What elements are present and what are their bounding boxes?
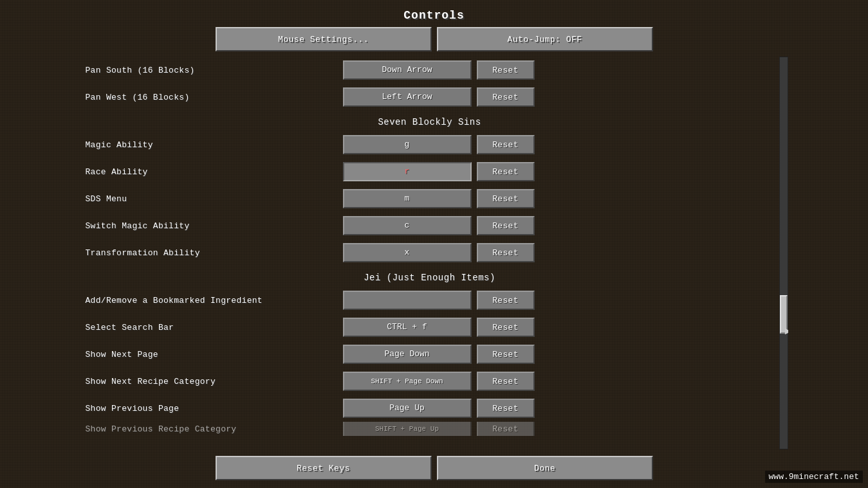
reset-switch-magic[interactable]: Reset — [477, 216, 535, 235]
reset-prev-recipe-cat[interactable]: Reset — [477, 422, 535, 436]
reset-transformation[interactable]: Reset — [477, 243, 535, 262]
control-label-sds-menu: SDS Menu — [86, 194, 343, 204]
reset-magic-ability[interactable]: Reset — [477, 135, 535, 154]
control-label-magic-ability: Magic Ability — [86, 140, 343, 150]
key-bookmark[interactable] — [343, 291, 472, 310]
page-title: Controls — [0, 9, 868, 22]
done-button[interactable]: Done — [437, 456, 653, 480]
control-label-pan-south: Pan South (16 Blocks) — [86, 66, 343, 75]
main-content: Controls Mouse Settings... Auto-Jump: OF… — [0, 0, 868, 488]
reset-search-bar[interactable]: Reset — [477, 318, 535, 337]
key-prev-recipe-cat[interactable]: SHIFT + Page Up — [343, 422, 472, 436]
key-next-recipe-cat[interactable]: SHIFT + Page Down — [343, 372, 472, 391]
controls-list: Pan South (16 Blocks) Down Arrow Reset P… — [80, 57, 779, 449]
auto-jump-button[interactable]: Auto-Jump: OFF — [437, 27, 653, 51]
key-pan-south[interactable]: Down Arrow — [343, 60, 472, 80]
control-row-race-ability: Race Ability r Reset — [80, 158, 779, 185]
control-label-race-ability: Race Ability — [86, 167, 343, 177]
key-sds-menu[interactable]: m — [343, 189, 472, 208]
reset-next-page[interactable]: Reset — [477, 345, 535, 364]
watermark: www.9minecraft.net — [765, 471, 863, 483]
control-row-bookmark: Add/Remove a Bookmarked Ingredient Reset — [80, 287, 779, 314]
bottom-button-row: Reset Keys Done — [216, 449, 653, 488]
section-header-sbs: Seven Blockly Sins — [80, 111, 779, 131]
control-row-next-recipe-cat: Show Next Recipe Category SHIFT + Page D… — [80, 368, 779, 395]
control-row-search-bar: Select Search Bar CTRL + f Reset — [80, 314, 779, 341]
control-label-pan-west: Pan West (16 Blocks) — [86, 93, 343, 102]
scrollbar-track[interactable]: ► — [779, 57, 788, 449]
control-label-next-recipe-cat: Show Next Recipe Category — [86, 377, 343, 386]
control-row-prev-page: Show Previous Page Page Up Reset — [80, 395, 779, 422]
page-header: Controls — [0, 0, 868, 27]
reset-prev-page[interactable]: Reset — [477, 399, 535, 418]
key-prev-page[interactable]: Page Up — [343, 399, 472, 418]
scroll-wrapper: Pan South (16 Blocks) Down Arrow Reset P… — [80, 57, 788, 449]
key-transformation[interactable]: x — [343, 243, 472, 262]
control-row-next-page: Show Next Page Page Down Reset — [80, 341, 779, 368]
control-label-switch-magic: Switch Magic Ability — [86, 221, 343, 231]
control-row-pan-west: Pan West (16 Blocks) Left Arrow Reset — [80, 84, 779, 111]
key-next-page[interactable]: Page Down — [343, 345, 472, 364]
key-race-ability[interactable]: r — [343, 162, 472, 181]
scrollbar-cursor-icon: ► — [785, 326, 788, 338]
reset-bookmark[interactable]: Reset — [477, 291, 535, 310]
control-row-prev-recipe-cat: Show Previous Recipe Category SHIFT + Pa… — [80, 422, 779, 436]
key-pan-west[interactable]: Left Arrow — [343, 87, 472, 107]
control-label-bookmark: Add/Remove a Bookmarked Ingredient — [86, 296, 343, 305]
control-label-transformation: Transformation Ability — [86, 248, 343, 258]
top-button-row: Mouse Settings... Auto-Jump: OFF — [216, 27, 653, 51]
control-label-prev-page: Show Previous Page — [86, 404, 343, 413]
control-label-search-bar: Select Search Bar — [86, 323, 343, 332]
reset-sds-menu[interactable]: Reset — [477, 189, 535, 208]
reset-pan-west[interactable]: Reset — [477, 87, 535, 107]
reset-keys-button[interactable]: Reset Keys — [216, 456, 432, 480]
key-magic-ability[interactable]: g — [343, 135, 472, 154]
key-search-bar[interactable]: CTRL + f — [343, 318, 472, 337]
control-label-next-page: Show Next Page — [86, 350, 343, 359]
section-header-jei: Jei (Just Enough Items) — [80, 266, 779, 287]
control-label-prev-recipe-cat: Show Previous Recipe Category — [86, 424, 343, 434]
control-row-magic-ability: Magic Ability g Reset — [80, 131, 779, 158]
mouse-settings-button[interactable]: Mouse Settings... — [216, 27, 432, 51]
control-row-sds-menu: SDS Menu m Reset — [80, 185, 779, 212]
background: Controls Mouse Settings... Auto-Jump: OF… — [0, 0, 868, 488]
reset-race-ability[interactable]: Reset — [477, 162, 535, 181]
control-row-transformation: Transformation Ability x Reset — [80, 239, 779, 266]
reset-pan-south[interactable]: Reset — [477, 60, 535, 80]
control-row-switch-magic: Switch Magic Ability c Reset — [80, 212, 779, 239]
key-switch-magic[interactable]: c — [343, 216, 472, 235]
reset-next-recipe-cat[interactable]: Reset — [477, 372, 535, 391]
control-row-pan-south: Pan South (16 Blocks) Down Arrow Reset — [80, 57, 779, 84]
